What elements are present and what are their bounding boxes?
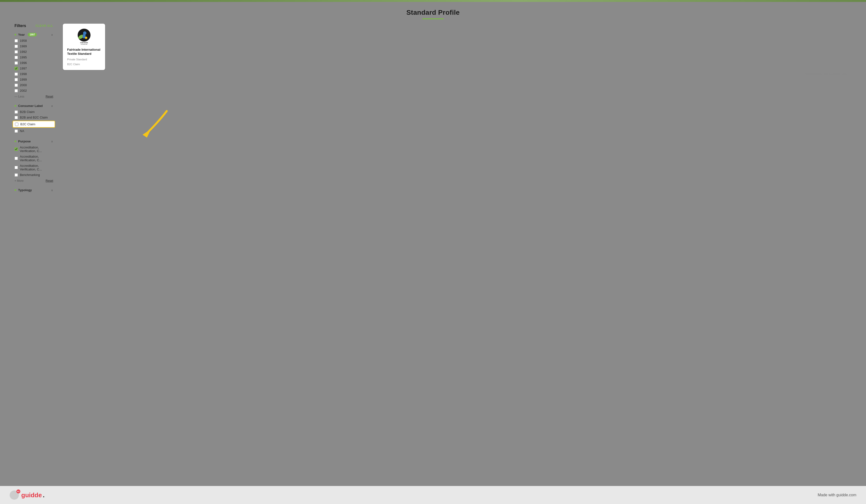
page-header: Standard Profile [0, 2, 866, 24]
year-section-header[interactable]: Year 1997 ∧ [14, 31, 53, 38]
year-1992-item: 1992 [14, 49, 53, 55]
b2c-claim-checkbox[interactable] [15, 123, 18, 126]
filters-label: Filters [14, 24, 26, 28]
filter-section-typology: Typology ∧ [14, 187, 53, 193]
year-2000-checkbox[interactable] [14, 83, 18, 87]
main-layout: Filters CLEAR ALL Year 1997 ∧ 1958 1989 [0, 24, 866, 486]
footer-made-with: Made with guidde.com [818, 493, 856, 497]
purpose-2-checkbox[interactable] [14, 157, 18, 160]
purpose-3-checkbox[interactable] [14, 166, 18, 169]
year-2002-label: 2002 [20, 89, 27, 92]
benchmarking-label: Benchmarking [20, 173, 40, 177]
purpose-1-item: Accreditation, Verification, C... [14, 145, 53, 154]
year-1998-item: 1998 [14, 71, 53, 77]
purpose-section-title: Purpose [14, 139, 31, 143]
year-chevron-icon: ∧ [51, 33, 53, 36]
year-1958-checkbox[interactable] [14, 39, 18, 43]
consumer-label-section-title: Consumer Label [14, 104, 43, 108]
year-1992-label: 1992 [20, 50, 27, 54]
badge-count: 62 [16, 490, 20, 493]
year-1989-item: 1989 [14, 44, 53, 49]
b2b-claim-checkbox[interactable] [14, 110, 18, 114]
year-1995-label: 1995 [20, 56, 27, 59]
filters-header: Filters CLEAR ALL [14, 24, 53, 28]
year-1997-checkbox[interactable] [14, 67, 18, 70]
purpose-1-checkbox[interactable] [14, 148, 18, 151]
year-1958-item: 1958 [14, 38, 53, 44]
year-1998-label: 1998 [20, 72, 27, 76]
consumer-label-dot-icon [14, 105, 16, 107]
purpose-more-button[interactable]: + More [14, 179, 24, 183]
card-name: Fairtrade International Textile Standard [67, 48, 101, 56]
year-1997-item: 1997 [14, 66, 53, 71]
filter-section-purpose: Purpose ∧ Accreditation, Verification, C… [14, 138, 53, 183]
typology-chevron-icon: ∧ [51, 188, 53, 192]
svg-text:INTERNATIONAL: INTERNATIONAL [81, 44, 88, 45]
card-grid: FAIRTRADE INTERNATIONAL Fairtrade Intern… [63, 24, 856, 70]
purpose-2-label: Accreditation, Verification, C... [20, 155, 53, 162]
year-1995-checkbox[interactable] [14, 56, 18, 59]
purpose-3-item: Accreditation, Verification, C... [14, 163, 53, 172]
year-2002-item: 2002 [14, 88, 53, 93]
svg-point-4 [85, 37, 87, 39]
b2b-claim-item: B2B Claim [14, 109, 53, 115]
footer: 62 guidde. Made with guidde.com [0, 486, 866, 504]
clear-all-button[interactable]: CLEAR ALL [35, 24, 53, 27]
purpose-reset-button[interactable]: Reset [46, 179, 53, 183]
year-1989-label: 1989 [20, 44, 27, 48]
main-content: FAIRTRADE INTERNATIONAL Fairtrade Intern… [53, 24, 866, 486]
year-badge: 1997 [28, 33, 36, 36]
purpose-dot-icon [14, 140, 16, 142]
year-2002-checkbox[interactable] [14, 89, 18, 92]
typology-dot-icon [14, 189, 16, 191]
card-logo: FAIRTRADE INTERNATIONAL [67, 28, 101, 45]
purpose-2-item: Accreditation, Verification, C... [14, 154, 53, 163]
year-1996-checkbox[interactable] [14, 61, 18, 65]
purpose-chevron-icon: ∧ [51, 140, 53, 143]
consumer-label-chevron-icon: ∧ [51, 104, 53, 108]
year-1999-checkbox[interactable] [14, 78, 18, 81]
year-1995-item: 1995 [14, 55, 53, 60]
typology-section-header[interactable]: Typology ∧ [14, 187, 53, 193]
purpose-filter-footer: + More Reset [14, 179, 53, 183]
b2b-claim-label: B2B Claim [20, 110, 35, 114]
year-2000-label: 2000 [20, 83, 27, 87]
year-1998-checkbox[interactable] [14, 72, 18, 76]
top-image-bar [0, 0, 866, 2]
benchmarking-item: Benchmarking [14, 172, 53, 177]
sidebar: Filters CLEAR ALL Year 1997 ∧ 1958 1989 [0, 24, 53, 486]
b2b-b2c-claim-label: B2B and B2C Claim [20, 116, 48, 119]
b2b-b2c-claim-item: B2B and B2C Claim [14, 115, 53, 120]
b2c-claim-item: B2C Claim [13, 121, 55, 128]
fairtrade-logo-icon: FAIRTRADE INTERNATIONAL [76, 28, 92, 45]
benchmarking-checkbox[interactable] [14, 173, 18, 177]
standard-card[interactable]: FAIRTRADE INTERNATIONAL Fairtrade Intern… [63, 24, 105, 70]
purpose-section-header[interactable]: Purpose ∧ [14, 138, 53, 145]
notification-badge: 62 [10, 491, 19, 500]
year-reset-button[interactable]: Reset [46, 95, 53, 98]
year-1958-label: 1958 [20, 39, 27, 43]
b2b-b2c-claim-checkbox[interactable] [14, 116, 18, 119]
year-1999-item: 1999 [14, 77, 53, 82]
guidde-logo-text: guidde [21, 491, 42, 499]
na-item: NA [14, 128, 53, 134]
card-type: Private Standard [67, 58, 101, 61]
consumer-label-section-header[interactable]: Consumer Label ∧ [14, 103, 53, 109]
page-title-underline [422, 18, 444, 19]
year-dot-icon [14, 34, 16, 35]
filter-section-consumer-label: Consumer Label ∧ B2B Claim B2B and B2C C… [14, 103, 53, 134]
page-title: Standard Profile [0, 9, 866, 16]
year-1989-checkbox[interactable] [14, 45, 18, 48]
year-1992-checkbox[interactable] [14, 50, 18, 54]
na-checkbox[interactable] [14, 129, 18, 133]
purpose-1-label: Accreditation, Verification, C... [20, 146, 53, 153]
year-less-button[interactable]: — Less [14, 95, 24, 98]
b2c-claim-label: B2C Claim [20, 122, 35, 126]
guidde-logo: guidde. [21, 491, 44, 499]
card-claim: B2C Claim [67, 63, 101, 66]
typology-section-title: Typology [14, 188, 32, 192]
year-2000-item: 2000 [14, 82, 53, 88]
year-1997-label: 1997 [20, 67, 27, 70]
year-1996-item: 1996 [14, 60, 53, 66]
visualized-by: Visualized by The Humane Club [63, 70, 856, 78]
